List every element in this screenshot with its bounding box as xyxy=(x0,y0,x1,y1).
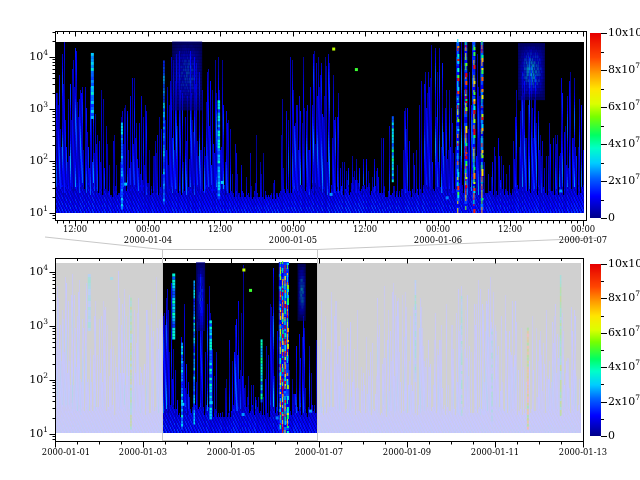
colorbar-bottom xyxy=(590,264,601,436)
overview-x-tick-label: 2000-01-05 xyxy=(202,446,260,457)
x-tick-time-label: 00:00 xyxy=(423,223,452,234)
overview-colorbar-tick-label: 0 xyxy=(608,430,615,442)
spectrogram-figure: 12:0000:002000-01-0412:0000:002000-01-05… xyxy=(0,0,640,480)
x-tick-date-label: 2000-01-06 xyxy=(409,234,467,245)
overview-x-tick-label: 2000-01-11 xyxy=(466,446,524,457)
overview-y-tick-label: 103 xyxy=(2,320,48,332)
x-tick-time-label: 12:00 xyxy=(206,223,235,234)
overview-spectrogram-panel[interactable] xyxy=(55,258,583,441)
colorbar-tick-label: 10x107 xyxy=(608,27,640,39)
x-tick-date-label: 2000-01-04 xyxy=(119,234,177,245)
overview-y-tick-label: 102 xyxy=(2,374,48,386)
colorbar-top xyxy=(590,33,601,218)
colorbar-tick-label: 0 xyxy=(608,212,615,224)
overview-y-tick-label: 104 xyxy=(2,266,48,278)
overview-x-tick-label: 2000-01-03 xyxy=(114,446,172,457)
colorbar-tick-label: 4x107 xyxy=(608,138,640,150)
y-tick-label: 102 xyxy=(2,155,48,167)
overview-x-tick-label: 2000-01-01 xyxy=(37,446,95,457)
y-tick-label: 101 xyxy=(2,207,48,219)
x-tick-time-label: 00:00 xyxy=(278,223,307,234)
overview-x-tick-label: 2000-01-07 xyxy=(290,446,348,457)
x-tick-time-label: 00:00 xyxy=(569,223,598,234)
overview-x-tick-label: 2000-01-13 xyxy=(554,446,612,457)
overview-x-tick-label: 2000-01-09 xyxy=(378,446,436,457)
overview-colorbar-tick-label: 8x107 xyxy=(608,292,640,304)
colorbar-tick-label: 8x107 xyxy=(608,64,640,76)
x-tick-time-label: 12:00 xyxy=(496,223,525,234)
overview-colorbar-tick-label: 4x107 xyxy=(608,361,640,373)
selection-region[interactable] xyxy=(162,249,317,441)
x-tick-date-label: 2000-01-07 xyxy=(554,234,612,245)
overview-y-tick-label: 101 xyxy=(2,428,48,440)
x-tick-date-label: 2000-01-05 xyxy=(264,234,322,245)
colorbar-tick-label: 6x107 xyxy=(608,101,640,113)
top-spectrogram-panel[interactable] xyxy=(55,31,586,220)
overview-colorbar-tick-label: 10x107 xyxy=(608,258,640,270)
x-tick-time-label: 00:00 xyxy=(133,223,162,234)
colorbar-tick-label: 2x107 xyxy=(608,175,640,187)
x-tick-time-label: 12:00 xyxy=(351,223,380,234)
x-tick-time-label: 12:00 xyxy=(61,223,90,234)
y-tick-label: 103 xyxy=(2,103,48,115)
overview-colorbar-tick-label: 6x107 xyxy=(608,327,640,339)
y-tick-label: 104 xyxy=(2,51,48,63)
overview-colorbar-tick-label: 2x107 xyxy=(608,396,640,408)
